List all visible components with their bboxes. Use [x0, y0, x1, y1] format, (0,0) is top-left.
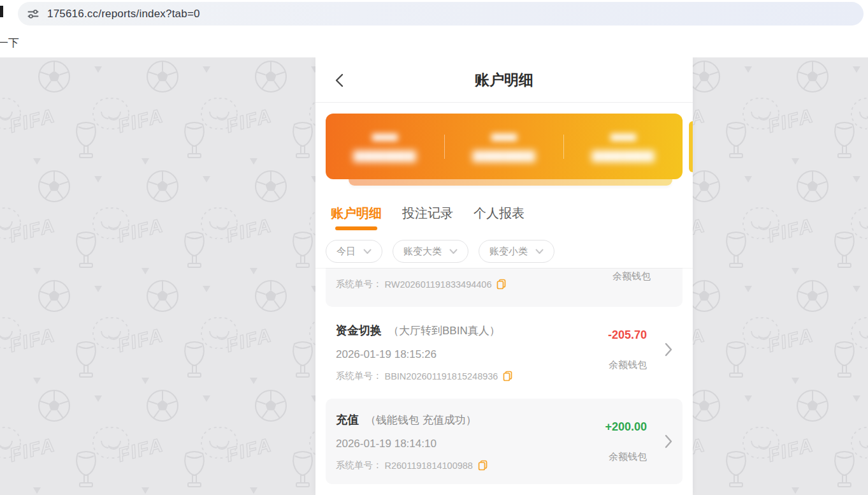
transaction-note: （钱能钱包 充值成功）: [365, 412, 477, 429]
order-label: 系统单号：: [336, 278, 382, 290]
summary-column: ▆▆▆▆ ▆▆▆▆▆▆: [445, 131, 563, 162]
summary-label-blurred: ▆▆▆▆: [372, 131, 398, 141]
tab-bet-records[interactable]: 投注记录: [402, 191, 453, 235]
transaction-datetime: 2026-01-19 18:14:10: [336, 436, 672, 452]
summary-value-blurred: ▆▆▆▆▆▆: [592, 147, 655, 162]
site-settings-icon[interactable]: [27, 8, 40, 20]
transaction-type: 充值: [336, 411, 359, 428]
transaction-row[interactable]: 充值 （钱能钱包 充值成功） 2026-01-19 18:14:10 系统单号：…: [326, 399, 683, 484]
transaction-type: 资金切换: [336, 322, 382, 339]
summary-column: ▆▆▆▆ ▆▆▆▆▆▆: [326, 131, 444, 162]
tab-label: 个人报表: [474, 205, 524, 222]
summary-value-blurred: ▆▆▆▆▆▆: [354, 147, 416, 162]
chevron-down-icon: [363, 249, 372, 255]
filter-date-dropdown[interactable]: 今日: [326, 240, 382, 263]
order-number: RW202601191833494406: [385, 279, 492, 290]
next-card-sliver: [689, 121, 693, 172]
summary-value-blurred: ▆▆▆▆▆▆: [473, 147, 535, 162]
tab-account-details[interactable]: 账户明细: [331, 191, 382, 235]
tab-personal-report[interactable]: 个人报表: [474, 191, 524, 235]
window-edge-fragment: [0, 6, 3, 17]
page-title: 账户明细: [315, 57, 693, 103]
url-bar[interactable]: 175616.cc/reports/index?tab=0: [18, 2, 864, 26]
tab-label: 投注记录: [402, 205, 453, 222]
transaction-list[interactable]: 2026-01-19 18:33:30 系统单号：RW2026011918334…: [326, 241, 683, 484]
summary-column: ▆▆▆▆ ▆▆▆▆▆▆: [564, 131, 683, 162]
order-number: BBIN202601191815248936: [385, 371, 498, 381]
transaction-row[interactable]: 资金切换 （大厅转到BBIN真人） 2026-01-19 18:15:26 系统…: [326, 312, 683, 394]
page-fragment-text: 一下: [0, 36, 19, 50]
chevron-down-icon: [535, 249, 544, 255]
filter-label: 今日: [336, 246, 356, 258]
balance-summary-card[interactable]: ▆▆▆▆ ▆▆▆▆▆▆ ▆▆▆▆ ▆▆▆▆▆▆ ▆▆▆▆ ▆▆▆▆▆▆: [326, 114, 683, 179]
wallet-label: 余额钱包: [612, 270, 651, 283]
transaction-note: （大厅转到BBIN真人）: [388, 323, 500, 339]
chevron-down-icon: [449, 249, 458, 255]
url-text[interactable]: 175616.cc/reports/index?tab=0: [47, 8, 200, 20]
page-top-strip: 一下: [0, 27, 868, 57]
card-stack-peek: [349, 179, 672, 186]
copy-icon[interactable]: [496, 279, 506, 290]
summary-label-blurred: ▆▆▆▆: [611, 131, 636, 141]
filter-major-category-dropdown[interactable]: 账变大类: [393, 240, 468, 263]
account-details-panel: 账户明细 ▆▆▆▆ ▆▆▆▆▆▆ ▆▆▆▆ ▆▆▆▆▆▆ ▆▆▆▆ ▆▆▆▆▆▆…: [315, 57, 693, 495]
filter-label: 账变小类: [489, 246, 528, 258]
wallet-label: 余额钱包: [609, 359, 647, 371]
transaction-amount: +200.00: [605, 420, 647, 434]
tab-label: 账户明细: [331, 205, 382, 222]
order-label: 系统单号：: [336, 459, 382, 471]
summary-label-blurred: ▆▆▆▆: [491, 131, 517, 141]
filter-bar: 今日 账变大类 账变小类: [315, 235, 693, 268]
transaction-amount: -205.70: [608, 329, 647, 342]
wallet-label: 余额钱包: [609, 451, 647, 463]
filter-minor-category-dropdown[interactable]: 账变小类: [479, 240, 554, 263]
copy-icon[interactable]: [503, 371, 512, 381]
order-number: R2601191814100988: [385, 461, 473, 471]
report-tabs: 账户明细 投注记录 个人报表: [315, 191, 693, 235]
filter-label: 账变大类: [403, 246, 442, 258]
browser-topbar: 175616.cc/reports/index?tab=0: [0, 0, 868, 27]
panel-header: 账户明细: [315, 57, 693, 103]
active-tab-underline: [335, 226, 377, 230]
chevron-right-icon[interactable]: [665, 434, 672, 448]
copy-icon[interactable]: [478, 460, 488, 471]
chevron-right-icon[interactable]: [665, 343, 672, 357]
order-label: 系统单号：: [336, 370, 382, 382]
